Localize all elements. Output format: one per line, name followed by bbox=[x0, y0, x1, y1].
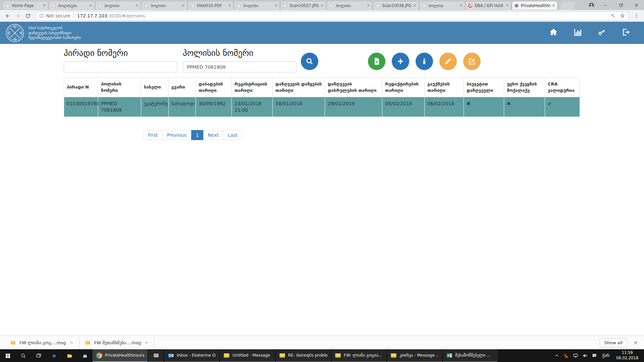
taskbar-file-explorer-button[interactable] bbox=[62, 349, 77, 362]
column-header[interactable]: უცხო ქვეყნის მოქალაქე bbox=[504, 78, 545, 97]
column-header[interactable]: სახელი bbox=[141, 78, 169, 97]
page-button-next[interactable]: Next bbox=[203, 130, 224, 140]
page-button-previous[interactable]: Previous bbox=[162, 130, 191, 140]
browser-tab[interactable]: პოლისი✕ bbox=[142, 1, 187, 10]
address-bar[interactable]: Not secure 172.17.7.103 :3030/#/persons bbox=[36, 11, 629, 20]
nav-bar-chart-button[interactable] bbox=[573, 27, 582, 38]
close-button[interactable] bbox=[629, 0, 644, 10]
saved-password-key-icon[interactable] bbox=[610, 13, 616, 18]
browser-tab[interactable]: პოლისი✕ bbox=[327, 1, 372, 10]
download-item[interactable]: FW შეთანხმება....msg bbox=[79, 336, 154, 349]
tab-close-icon[interactable]: ✕ bbox=[460, 3, 463, 8]
browser-tab[interactable]: პოლისი✕ bbox=[419, 1, 465, 10]
bookmark-star-icon[interactable] bbox=[620, 13, 625, 18]
browser-tab[interactable]: File0010.PDF✕ bbox=[188, 1, 233, 10]
browser-profile-button[interactable] bbox=[585, 0, 598, 10]
new-tab-button[interactable] bbox=[559, 2, 576, 10]
excel-app-icon: X bbox=[446, 352, 452, 359]
tray-notification-button[interactable] bbox=[590, 349, 599, 362]
download-item[interactable]: FW ლიანა გოგ....msg bbox=[5, 336, 79, 349]
tab-close-icon[interactable]: ✕ bbox=[321, 3, 324, 8]
table-cell: 05/02/2018 bbox=[382, 97, 425, 117]
edit-button[interactable] bbox=[439, 53, 457, 70]
personal-number-input[interactable] bbox=[64, 61, 177, 72]
download-bar-close-icon[interactable] bbox=[633, 340, 638, 345]
column-header[interactable]: პოლისის ნომერი bbox=[98, 78, 141, 97]
page-button-first[interactable]: First bbox=[143, 130, 162, 140]
search-button[interactable] bbox=[301, 53, 318, 70]
taskbar-app-button[interactable]: PrivateHealthInsura... bbox=[93, 349, 148, 362]
taskbar-app-button[interactable]: RE: daireqtis proble... bbox=[276, 349, 331, 362]
taskbar-store-button[interactable] bbox=[77, 349, 93, 362]
table-row[interactable]: 01030019760PPMED 7081808ეკატერინესარადოვ… bbox=[64, 97, 580, 117]
taskbar-app-button[interactable]: კითხვა - Message ... bbox=[387, 349, 442, 362]
tray-volume-button[interactable] bbox=[580, 349, 590, 362]
page-icon bbox=[190, 3, 195, 8]
column-header[interactable]: გვარი bbox=[169, 78, 196, 97]
browser-tab[interactable]: DBA | GPI Hold✕ bbox=[466, 1, 511, 10]
tab-close-icon[interactable]: ✕ bbox=[89, 3, 92, 8]
info-circle-icon[interactable] bbox=[39, 13, 44, 18]
nav-home-button[interactable] bbox=[549, 27, 558, 38]
taskbar-app-button[interactable]: FW: ლიანა გოგია... bbox=[331, 349, 386, 362]
browser-tab[interactable]: PrivateHealthIn✕ bbox=[512, 1, 557, 10]
taskbar-task-view-button[interactable] bbox=[31, 349, 46, 362]
tab-close-icon[interactable]: ✕ bbox=[413, 3, 416, 8]
org-emblem-logo bbox=[6, 24, 24, 42]
taskbar-edge-button[interactable]: e bbox=[46, 349, 62, 362]
browser-menu-button[interactable] bbox=[631, 11, 641, 20]
edit-form-button[interactable] bbox=[463, 53, 481, 70]
volume-icon bbox=[582, 353, 588, 358]
tab-close-icon[interactable]: ✕ bbox=[506, 3, 509, 8]
browser-tab[interactable]: Home Page✕ bbox=[3, 1, 48, 10]
taskbar-start-button[interactable] bbox=[0, 349, 15, 362]
tab-close-icon[interactable]: ✕ bbox=[228, 3, 231, 8]
org-name: სსიპ საქართველოს დაზღვევის სახელმწიფო ზე… bbox=[29, 25, 81, 40]
column-header[interactable]: დაბადების თარიღი bbox=[196, 78, 232, 97]
tray-kaspersky-button[interactable]: K bbox=[561, 349, 571, 362]
browser-tab[interactable]: პოლისები✕ bbox=[49, 1, 95, 10]
taskbar-clock[interactable]: 11:59 06.02.2018 bbox=[612, 350, 642, 361]
column-header[interactable]: რედაქტირების თარიღი bbox=[382, 78, 425, 97]
taskbar-app-button[interactable]: Inbox - Ekaterine O... bbox=[164, 349, 219, 362]
back-button[interactable] bbox=[3, 11, 13, 20]
add-button[interactable] bbox=[392, 53, 409, 70]
browser-tab[interactable]: პოლისი✕ bbox=[234, 1, 280, 10]
nav-logout-button[interactable] bbox=[621, 27, 631, 38]
browser-tab[interactable]: პოლისი✕ bbox=[95, 1, 141, 10]
taskbar-app-button[interactable]: Xშესამოწმებელი ... bbox=[443, 349, 498, 362]
column-header[interactable]: დაზღვევის დაწყების თარიღი bbox=[273, 78, 325, 97]
tab-close-icon[interactable]: ✕ bbox=[552, 3, 555, 8]
tab-close-icon[interactable]: ✕ bbox=[136, 3, 139, 8]
browser-tab[interactable]: Scan10027.JPG✕ bbox=[280, 1, 326, 10]
taskbar-tb-search-button[interactable] bbox=[15, 349, 31, 362]
taskbar-app-button[interactable] bbox=[148, 349, 164, 362]
page-button-last[interactable]: Last bbox=[223, 130, 242, 140]
show-all-downloads-button[interactable]: Show all bbox=[600, 338, 627, 347]
table-cell: 30/01/2018 bbox=[273, 97, 325, 117]
nav-key-button[interactable] bbox=[597, 27, 606, 38]
column-header[interactable]: გაუქმების თარიღი bbox=[425, 78, 464, 97]
export-excel-button[interactable]: x bbox=[368, 53, 385, 70]
taskbar-app-button[interactable]: Untitled - Message ... bbox=[220, 349, 275, 362]
tab-close-icon[interactable]: ✕ bbox=[182, 3, 185, 8]
column-header[interactable]: ბიუჯეტით დაზღვეული bbox=[464, 78, 504, 97]
column-header[interactable]: პირადი N bbox=[64, 78, 98, 97]
page-button-1[interactable]: 1 bbox=[191, 130, 204, 140]
info-button[interactable] bbox=[416, 53, 433, 70]
reload-button[interactable] bbox=[23, 11, 33, 20]
restore-button[interactable] bbox=[613, 0, 629, 10]
column-header[interactable]: რეგისტრაციის თარიღი bbox=[232, 78, 273, 97]
tray-chevron-button[interactable] bbox=[552, 349, 561, 362]
policy-number-input[interactable] bbox=[183, 61, 297, 72]
minimize-button[interactable] bbox=[598, 0, 613, 10]
tab-close-icon[interactable]: ✕ bbox=[367, 3, 370, 8]
tab-close-icon[interactable]: ✕ bbox=[274, 3, 277, 8]
column-header[interactable]: დაზღვევის დასრულების თარიღი bbox=[325, 78, 382, 97]
column-header[interactable]: CRA ვალიდურია bbox=[545, 78, 580, 97]
browser-tab[interactable]: Scan10038.JPG✕ bbox=[373, 1, 419, 10]
tray-network-button[interactable] bbox=[571, 349, 580, 362]
forward-button[interactable] bbox=[13, 11, 23, 20]
tab-close-icon[interactable]: ✕ bbox=[43, 3, 46, 8]
language-indicator[interactable]: ქარ bbox=[599, 353, 612, 358]
